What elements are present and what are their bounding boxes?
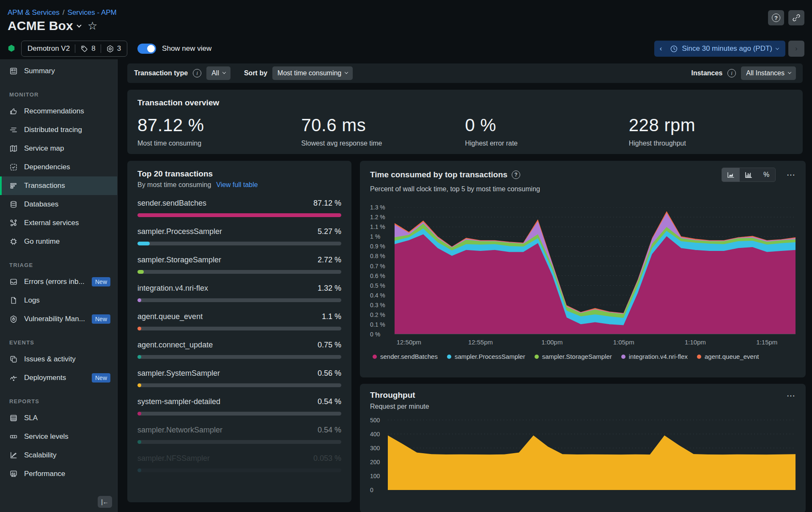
sla-icon <box>9 414 18 422</box>
transaction-bar-track <box>137 213 341 217</box>
time-back-button[interactable]: ‹ <box>654 44 668 53</box>
sidebar-item-vulnerability-management[interactable]: Vulnerability Man...New <box>0 310 117 328</box>
transaction-name: sampler.NFSSampler <box>137 454 210 463</box>
sidebar-item-service-map[interactable]: Service map <box>0 139 117 158</box>
new-badge: New <box>92 314 110 324</box>
sidebar-item-label: Service levels <box>24 432 69 441</box>
sidebar-section-monitor: MONITOR <box>9 91 117 98</box>
transaction-row[interactable]: sampler.ProcessSampler5.27 % <box>137 227 341 245</box>
sidebar-item-issues-activity[interactable]: Issues & activity <box>0 350 117 369</box>
sidebar-collapse-button[interactable]: |← <box>98 496 112 508</box>
x-tick-label: 1:15pm <box>756 339 777 346</box>
sidebar-item-label: Performance <box>24 470 65 478</box>
copy-link-button[interactable] <box>788 10 804 25</box>
legend-label: sampler.StorageSampler <box>542 353 612 360</box>
transaction-row[interactable]: agent.queue_event1.1 % <box>137 312 341 330</box>
transaction-row[interactable]: sampler.StorageSampler2.72 % <box>137 256 341 274</box>
transaction-bar-fill <box>137 213 341 217</box>
sort-by-dropdown[interactable]: Most time consuming <box>272 66 353 80</box>
throughput-area-chart[interactable] <box>388 417 796 490</box>
sidebar-item-dependencies[interactable]: Dependencies <box>0 158 117 176</box>
transaction-row[interactable]: sender.sendBatches87.12 % <box>137 199 341 217</box>
view-full-table-link[interactable]: View full table <box>216 181 258 189</box>
info-icon[interactable]: i <box>727 69 736 77</box>
breadcrumb-apm-services[interactable]: APM & Services <box>8 8 60 17</box>
transaction-bar-fill <box>137 468 141 472</box>
transaction-type-dropdown[interactable]: All <box>206 66 230 80</box>
sidebar-item-databases[interactable]: Databases <box>0 195 117 214</box>
area-chart-button[interactable] <box>722 168 740 182</box>
throughput-panel: Throughput Request per minute ⋯ 50040030… <box>360 384 806 512</box>
y-tick-label: 0.6 % <box>370 273 385 279</box>
transaction-row[interactable]: sampler.NFSSampler0.053 % <box>137 454 341 472</box>
transaction-row[interactable]: sampler.SystemSampler0.56 % <box>137 369 341 387</box>
legend-item[interactable]: agent.queue_event <box>697 353 759 360</box>
sidebar-item-logs[interactable]: Logs <box>0 291 117 310</box>
x-tick-label: 1:10pm <box>685 339 706 346</box>
entity-metadata-pill[interactable]: Demotron V2 8 3 <box>21 41 127 57</box>
transaction-row[interactable]: integration.v4.nri-flex1.32 % <box>137 284 341 302</box>
transaction-row[interactable]: sampler.NetworkSampler0.54 % <box>137 426 341 444</box>
instances-label: Instances <box>691 69 722 77</box>
sidebar-item-recommendations[interactable]: Recommendations <box>0 102 117 121</box>
divider <box>75 44 75 53</box>
transaction-bar-track <box>137 383 341 387</box>
help-button[interactable]: ? <box>768 10 784 25</box>
transaction-bar-fill <box>137 383 141 387</box>
inbox-icon <box>9 278 18 286</box>
throughput-series <box>388 435 796 490</box>
legend-item[interactable]: sampler.ProcessSampler <box>447 353 525 360</box>
sidebar-item-go-runtime[interactable]: Go runtime <box>0 232 117 251</box>
legend-item[interactable]: sender.sendBatches <box>373 353 438 360</box>
panel-menu-button[interactable]: ⋯ <box>787 170 796 180</box>
transaction-row[interactable]: system-sampler-detailed0.54 % <box>137 397 341 416</box>
time-forward-button[interactable]: › <box>788 41 804 57</box>
panel-menu-button[interactable]: ⋯ <box>787 391 796 401</box>
sidebar-item-distributed-tracing[interactable]: Distributed tracing <box>0 121 117 139</box>
breadcrumb-services-apm[interactable]: Services - APM <box>68 8 117 17</box>
sidebar-item-deployments[interactable]: DeploymentsNew <box>0 369 117 387</box>
sidebar-item-sla[interactable]: SLA <box>0 409 117 427</box>
breadcrumb: APM & Services/Services - APM <box>8 8 117 17</box>
transaction-row[interactable]: agent.connect_update0.75 % <box>137 341 341 359</box>
sidebar-section-events: EVENTS <box>9 339 117 346</box>
chip-icon <box>9 237 18 246</box>
time-consumed-area-chart[interactable] <box>395 207 796 334</box>
sidebar-item-performance[interactable]: Performance <box>0 465 117 483</box>
monitor-icon <box>9 470 18 478</box>
sidebar-nav: SummaryMONITORRecommendationsDistributed… <box>0 59 118 512</box>
instances-dropdown[interactable]: All Instances <box>741 66 796 80</box>
sidebar-item-scalability[interactable]: Scalability <box>0 446 117 465</box>
sidebar-item-label: Deployments <box>24 374 66 382</box>
sidebar-item-label: Vulnerability Man... <box>24 315 85 323</box>
nodes-icon <box>9 219 18 227</box>
transaction-bar-fill <box>137 327 141 330</box>
transaction-name: integration.v4.nri-flex <box>137 284 208 293</box>
transaction-bar-fill <box>137 412 141 416</box>
legend-item[interactable]: sampler.StorageSampler <box>535 353 612 360</box>
entity-title-dropdown[interactable]: ACME Box <box>8 19 81 33</box>
chart-type-switcher: % <box>721 168 776 182</box>
transaction-value: 0.053 % <box>313 454 341 463</box>
overview-metric: 228 rpmHighest throughput <box>629 115 793 147</box>
metric-label: Slowest avg response time <box>301 140 465 147</box>
legend-dot <box>621 355 625 359</box>
percent-view-button[interactable]: % <box>757 168 775 182</box>
sidebar-item-external-services[interactable]: External services <box>0 214 117 232</box>
favorite-star-icon[interactable]: ☆ <box>88 20 97 31</box>
transaction-name: agent.connect_update <box>137 341 213 350</box>
sidebar-item-transactions[interactable]: Transactions <box>0 176 117 195</box>
sort-by-label: Sort by <box>244 69 267 77</box>
help-icon[interactable]: ? <box>512 171 520 179</box>
related-entities-icon <box>106 45 114 53</box>
legend-item[interactable]: integration.v4.nri-flex <box>621 353 688 360</box>
tags-count: 8 <box>91 44 95 53</box>
sidebar-item-service-levels[interactable]: Service levels <box>0 427 117 446</box>
sidebar-item-errors-inbox[interactable]: Errors (errors inb...New <box>0 273 117 291</box>
time-picker-dropdown[interactable]: Since 30 minutes ago (PDT) <box>667 44 785 53</box>
bar-chart-button[interactable] <box>740 168 757 182</box>
sidebar-item-summary[interactable]: Summary <box>0 62 117 80</box>
entity-health-status-icon <box>8 44 15 53</box>
show-new-view-toggle[interactable] <box>137 44 156 54</box>
info-icon[interactable]: i <box>193 69 201 77</box>
